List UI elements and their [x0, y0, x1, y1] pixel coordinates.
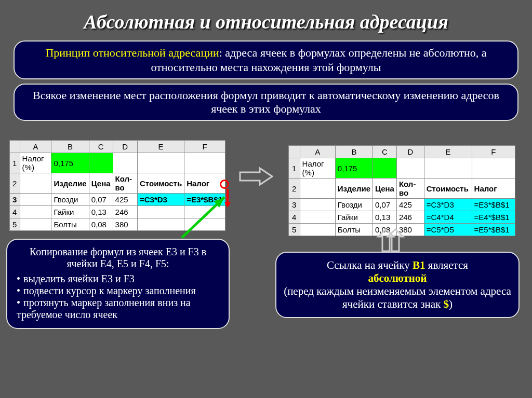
col-header: B — [51, 141, 89, 153]
cell: Цена — [373, 179, 397, 199]
cell-formula: =C4*D4 — [424, 211, 472, 224]
cell — [300, 211, 335, 224]
copy-heading: Копирование формул из ячеек E3 и F3 в яч… — [17, 246, 219, 270]
ref-cell-name: B1 — [413, 259, 425, 271]
cell: 0,13 — [89, 206, 113, 218]
corner-cell — [10, 141, 20, 153]
cell-formula: =C5*D5 — [424, 224, 472, 236]
cell: Изделие — [51, 173, 89, 194]
ref-text: является — [425, 259, 468, 271]
red-arrow-down-icon — [223, 189, 232, 208]
cell — [184, 153, 225, 173]
cell — [20, 206, 51, 218]
ref-absolute-word: абсолютной — [368, 272, 427, 284]
col-header: D — [113, 141, 137, 153]
cell: Налог — [472, 179, 515, 199]
cell: Гвозди — [51, 194, 89, 206]
cell-green: 0,175 — [51, 153, 89, 173]
consequence-box: Всякое изменение мест расположения форму… — [14, 84, 518, 121]
cell: Налог (%) — [300, 158, 335, 179]
ref-text: Ссылка на ячейку — [327, 259, 413, 271]
cell: 425 — [396, 199, 424, 211]
col-header: B — [335, 146, 373, 158]
row-header: 5 — [289, 224, 300, 236]
cell — [300, 199, 335, 211]
absolute-ref-box: Ссылка на ячейку B1 является абсолютной … — [275, 252, 520, 318]
row-header: 2 — [10, 173, 20, 194]
row-header: 3 — [10, 194, 20, 206]
cell — [300, 224, 335, 236]
cell — [20, 173, 51, 194]
cell — [20, 218, 51, 231]
cell — [396, 158, 424, 179]
col-header: A — [20, 141, 51, 153]
cell-formula: =E4*$B$1 — [472, 211, 515, 224]
copy-instructions-box: Копирование формул из ячеек E3 и F3 в яч… — [6, 239, 230, 329]
cell: 0,07 — [89, 194, 113, 206]
cell: Кол-во — [113, 173, 137, 194]
col-header: F — [184, 141, 225, 153]
corner-cell — [289, 146, 300, 158]
copy-step: подвести курсор к маркеру заполнения — [17, 285, 219, 297]
slide-title: Абсолютная и относительная адресация — [9, 10, 523, 33]
cell-formula: =E5*$B$1 — [472, 224, 515, 236]
principle-box: Принцип относительной адресации: адреса … — [14, 40, 518, 79]
cell: Налог — [184, 173, 225, 194]
cell — [137, 153, 184, 173]
cell: Болты — [51, 218, 89, 231]
cell: Кол-во — [396, 179, 424, 199]
col-header: C — [89, 141, 113, 153]
row-header: 1 — [10, 153, 20, 173]
cell: Налог (%) — [20, 153, 51, 173]
row-header: 2 — [289, 179, 300, 199]
cell-formula: =C3*D3 — [424, 199, 472, 211]
cell: 246 — [396, 211, 424, 224]
col-header: E — [424, 146, 472, 158]
cell — [424, 158, 472, 179]
ref-text: ) — [449, 298, 453, 310]
cell: Гвозди — [335, 199, 373, 211]
copy-step: выделить ячейки E3 и F3 — [17, 273, 219, 285]
cell: 425 — [113, 194, 137, 206]
cell: Изделие — [335, 179, 373, 199]
cell-green — [373, 158, 397, 179]
cell-formula: =E3*$B$1 — [472, 199, 515, 211]
cell-green: 0,175 — [335, 158, 373, 179]
cell: Гайки — [335, 211, 373, 224]
cell: Болты — [335, 224, 373, 236]
arrow-right-icon — [239, 166, 273, 187]
cell: Стоимость — [137, 173, 184, 194]
row-header: 4 — [289, 211, 300, 224]
principle-highlight: Принцип относительной адресации — [45, 46, 219, 59]
cell — [20, 194, 51, 206]
cell: 380 — [113, 218, 137, 231]
cell — [113, 153, 137, 173]
copy-step: протянуть маркер заполнения вниз на треб… — [17, 297, 219, 321]
cell: 0,08 — [89, 218, 113, 231]
cell — [472, 158, 515, 179]
col-header: E — [137, 141, 184, 153]
cell: 246 — [113, 206, 137, 218]
ref-dollar: $ — [444, 298, 449, 310]
fill-handle-circle-icon — [220, 180, 229, 189]
spreadsheet-after: A B C D E F 1 Налог (%) 0,175 2 Изделие — [288, 145, 515, 236]
cell: 0,13 — [373, 211, 397, 224]
cell — [300, 179, 335, 199]
cell: Цена — [89, 173, 113, 194]
row-header: 3 — [289, 199, 300, 211]
row-header: 4 — [10, 206, 20, 218]
col-header: C — [373, 146, 397, 158]
cell-green — [89, 153, 113, 173]
col-header: A — [300, 146, 335, 158]
row-header: 1 — [289, 158, 300, 179]
svg-marker-3 — [224, 202, 231, 208]
col-header: F — [472, 146, 515, 158]
col-header: D — [396, 146, 424, 158]
row-header: 5 — [10, 218, 20, 231]
ref-text: (перед каждым неизменяемым элементом адр… — [284, 285, 511, 310]
cell: Стоимость — [424, 179, 472, 199]
cell: Гайки — [51, 206, 89, 218]
cell: 0,07 — [373, 199, 397, 211]
up-arrows-icon — [374, 228, 405, 252]
